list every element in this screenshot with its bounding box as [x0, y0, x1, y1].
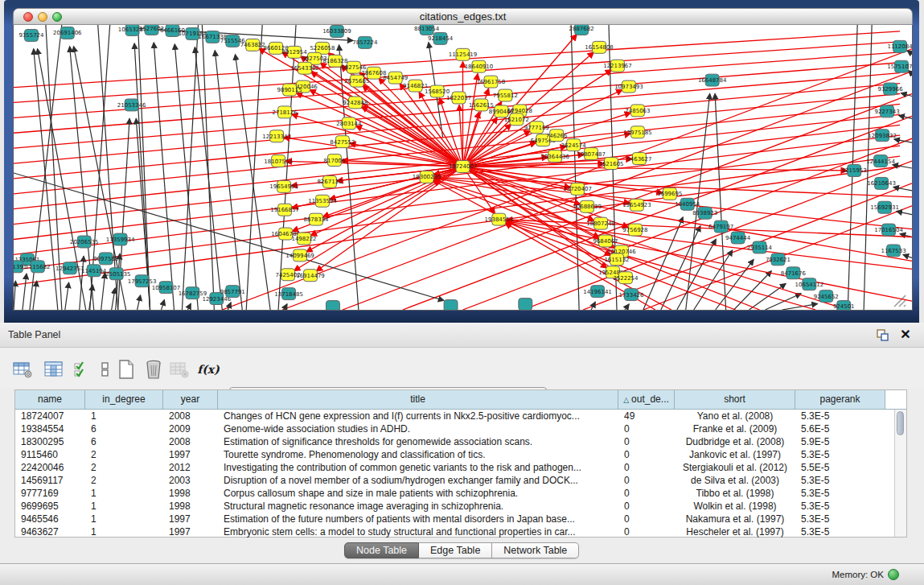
graph-edge[interactable]: [506, 220, 912, 301]
table-cell[interactable]: 22420046: [15, 461, 85, 474]
graph-edge[interactable]: [643, 217, 683, 310]
memory-status-icon[interactable]: [888, 569, 899, 580]
graph-edge[interactable]: [14, 52, 900, 118]
table-cell[interactable]: 1997: [163, 448, 218, 461]
table-options-icon[interactable]: [11, 359, 35, 380]
table-cell[interactable]: Investigating the contribution of common…: [218, 461, 618, 474]
table-cell[interactable]: 5.5E-5: [795, 461, 885, 474]
table-cell[interactable]: 0: [618, 513, 675, 525]
graph-edge[interactable]: [33, 281, 37, 310]
column-header-out-degree[interactable]: △out_de...: [618, 390, 675, 410]
column-header-year[interactable]: year: [163, 390, 218, 410]
select-rows-icon[interactable]: [71, 359, 95, 380]
table-cell[interactable]: 5.3E-5: [795, 513, 885, 525]
table-row[interactable]: 946362711997Embryonic stem cells: a mode…: [15, 525, 906, 538]
table-row[interactable]: 1938455462009Genome-wide association stu…: [15, 422, 906, 435]
table-cell[interactable]: 0: [618, 487, 675, 500]
delete-attribute-icon[interactable]: [142, 359, 166, 380]
tab-node-table[interactable]: Node Table: [344, 542, 419, 558]
graph-node[interactable]: [519, 299, 532, 310]
table-cell[interactable]: 9699695: [15, 500, 85, 513]
graph-edge[interactable]: [134, 43, 150, 310]
network-canvas[interactable]: 1872400774638228660128891295452260589827…: [13, 25, 913, 311]
column-header-short[interactable]: short: [675, 390, 795, 410]
function-builder-icon[interactable]: f(x): [196, 359, 220, 380]
close-panel-icon[interactable]: ✕: [898, 327, 913, 343]
table-cell[interactable]: 2: [85, 474, 163, 487]
scrollbar-thumb[interactable]: [897, 411, 904, 435]
graph-edge[interactable]: [625, 304, 629, 310]
table-cell[interactable]: Dudbridge et al. (2008): [675, 435, 795, 448]
network-window-titlebar[interactable]: citations_edges.txt: [13, 8, 913, 25]
graph-edge[interactable]: [463, 138, 913, 310]
tab-edge-table[interactable]: Edge Table: [419, 542, 492, 558]
table-row[interactable]: 977716911998Corpus callosum shape and si…: [15, 487, 906, 500]
table-cell[interactable]: Tibbo et al. (1998): [675, 487, 795, 500]
graph-edge[interactable]: [463, 167, 848, 171]
table-cell[interactable]: 5.3E-5: [795, 448, 885, 461]
graph-edge[interactable]: [677, 239, 717, 310]
graph-edge[interactable]: [162, 300, 165, 310]
table-cell[interactable]: 0: [618, 525, 675, 538]
table-cell[interactable]: Embryonic stem cells: a model to study s…: [218, 525, 618, 538]
graph-edge[interactable]: [734, 271, 772, 310]
table-cell[interactable]: 1: [85, 525, 163, 538]
graph-edge[interactable]: [749, 283, 786, 310]
table-cell[interactable]: 49: [618, 410, 675, 422]
table-row[interactable]: 2242004622012Investigating the contribut…: [15, 461, 906, 474]
table-cell[interactable]: 6: [85, 435, 163, 448]
table-cell[interactable]: 0: [618, 474, 675, 487]
graph-edge[interactable]: [187, 303, 191, 310]
table-row[interactable]: 946554611997Estimation of the future num…: [15, 513, 906, 525]
table-cell[interactable]: 5.3E-5: [795, 500, 885, 513]
table-cell[interactable]: Franke et al. (2009): [675, 422, 795, 435]
column-header-in-degree[interactable]: in_degree: [85, 390, 163, 410]
table-cell[interactable]: 0: [618, 448, 675, 461]
table-cell[interactable]: Hescheler et al. (1997): [675, 525, 795, 538]
table-cell[interactable]: 2003: [163, 474, 218, 487]
graph-edge[interactable]: [23, 274, 27, 310]
table-cell[interactable]: Estimation of significance thresholds fo…: [218, 435, 618, 448]
table-cell[interactable]: 1: [85, 410, 163, 422]
table-cell[interactable]: 1997: [163, 513, 218, 525]
graph-edge[interactable]: [65, 282, 69, 310]
table-cell[interactable]: 9465546: [15, 513, 85, 525]
graph-edge[interactable]: [138, 295, 141, 310]
table-row[interactable]: 969969511998Structural magnetic resonanc…: [15, 500, 906, 513]
table-cell[interactable]: Tourette syndrome. Phenomenology and cla…: [218, 448, 618, 461]
graph-edge[interactable]: [903, 254, 912, 257]
table-cell[interactable]: 5.3E-5: [795, 410, 885, 422]
table-cell[interactable]: 9115460: [15, 448, 85, 461]
table-cell[interactable]: 2009: [163, 422, 218, 435]
graph-edge[interactable]: [893, 187, 912, 191]
float-panel-icon[interactable]: [875, 328, 889, 342]
table-cell[interactable]: 1998: [163, 487, 218, 500]
table-row[interactable]: 911546021997Tourette syndrome. Phenomeno…: [15, 448, 906, 461]
table-cell[interactable]: 5.3E-5: [795, 525, 885, 538]
table-row[interactable]: 1830029562008Estimation of significance …: [15, 435, 906, 448]
network-graph[interactable]: 1872400774638228660128891295452260589827…: [14, 25, 912, 310]
table-cell[interactable]: 0: [618, 500, 675, 513]
table-cell[interactable]: 0: [618, 422, 675, 435]
table-cell[interactable]: Nakamura et al. (1997): [675, 513, 795, 525]
table-cell[interactable]: Corpus callosum shape and size in male p…: [218, 487, 618, 500]
table-cell[interactable]: 2008: [163, 435, 218, 448]
create-table-icon[interactable]: [114, 359, 138, 380]
table-cell[interactable]: Jankovic et al. (1997): [675, 448, 795, 461]
table-cell[interactable]: 2: [85, 448, 163, 461]
table-cell[interactable]: 5.9E-5: [795, 435, 885, 448]
table-cell[interactable]: Changes of HCN gene expression and I(f) …: [218, 410, 618, 422]
table-cell[interactable]: Stergiakouli et al. (2012): [675, 461, 795, 474]
table-cell[interactable]: 19384554: [15, 422, 85, 435]
table-cell[interactable]: 1: [85, 513, 163, 525]
graph-edge[interactable]: [715, 94, 726, 310]
window-resize-grip[interactable]: [894, 295, 906, 307]
table-row[interactable]: 1872400712008Changes of HCN gene express…: [15, 410, 906, 422]
table-cell[interactable]: de Silva et al. (2003): [675, 474, 795, 487]
table-cell[interactable]: Structural magnetic resonance image aver…: [218, 500, 618, 513]
table-cell[interactable]: 5.3E-5: [795, 474, 885, 487]
table-cell[interactable]: Wolkin et al. (1998): [675, 500, 795, 513]
graph-node[interactable]: [326, 301, 339, 310]
table-cell[interactable]: Estimation of the future numbers of pati…: [218, 513, 618, 525]
graph-edge[interactable]: [282, 72, 912, 310]
